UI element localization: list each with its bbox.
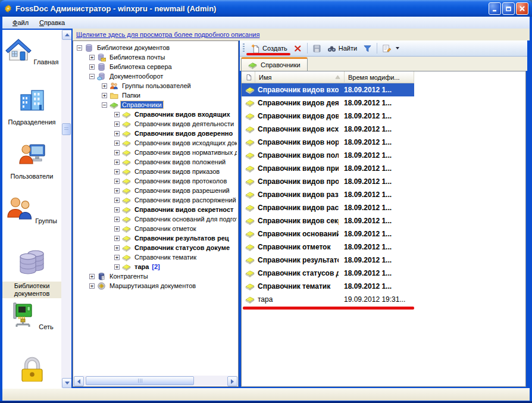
description-link[interactable]: Щелкните здесь для просмотра более подро… (76, 31, 259, 38)
tree-horizontal-scrollbar[interactable] (74, 376, 237, 386)
tree-node[interactable]: −Справочники (74, 100, 237, 110)
list-row[interactable]: Справочник видов расп...18.09.2012 1... (242, 201, 414, 214)
list-row[interactable]: Справочник отметок18.09.2012 1... (242, 240, 414, 254)
tree-node[interactable]: +Контрагенты (74, 271, 237, 281)
tree-node[interactable]: +Справочник результатов рец (74, 233, 237, 243)
delete-button[interactable] (290, 42, 305, 55)
tab-directories[interactable]: Справочники (241, 57, 308, 71)
tree-node[interactable]: +Справочник оснований для подгот (74, 214, 237, 224)
expand-icon[interactable]: + (89, 55, 95, 60)
expand-icon[interactable]: + (114, 226, 120, 232)
tree-node[interactable]: +Справочник статусов докуме (74, 243, 237, 252)
column-header-modified[interactable]: Время модифи... (345, 71, 414, 83)
expand-icon[interactable]: + (102, 83, 107, 89)
expand-icon[interactable]: + (114, 188, 120, 193)
sidebar-item-network[interactable]: Сеть (2, 301, 61, 332)
scroll-thumb[interactable] (62, 123, 71, 135)
maximize-button[interactable] (502, 2, 515, 15)
expand-icon[interactable]: + (114, 160, 120, 165)
sidebar-item-security[interactable] (2, 353, 61, 384)
scroll-thumb[interactable] (86, 376, 194, 385)
tree-node[interactable]: +Справочник тематик (74, 252, 237, 262)
expand-icon[interactable]: + (114, 169, 120, 174)
list-row[interactable]: тара19.09.2012 19:31... (242, 293, 414, 306)
expand-icon[interactable]: + (114, 150, 120, 155)
expand-icon[interactable]: + (89, 283, 95, 289)
scroll-down-button[interactable] (62, 378, 71, 388)
tree-node[interactable]: +Справочник видов протоколов (74, 176, 237, 186)
scroll-right-button[interactable] (227, 376, 237, 386)
list-row[interactable]: Справочник видов секр...18.09.2012 1... (242, 214, 414, 227)
expand-icon[interactable]: + (114, 179, 120, 184)
close-button[interactable] (516, 2, 528, 15)
list-row[interactable]: Справочник видов нор...18.09.2012 1... (242, 136, 414, 149)
tree-node[interactable]: −Библиотеки документов (74, 43, 237, 52)
list-row[interactable]: Справочник статусов д...18.09.2012 1... (242, 267, 414, 280)
expand-icon[interactable]: + (114, 198, 120, 203)
tree-node[interactable]: +Библиотека почты (74, 52, 237, 62)
expand-icon[interactable]: + (114, 236, 120, 241)
scroll-up-button[interactable] (62, 30, 71, 40)
tree-node[interactable]: +Справочник видов входящих (74, 110, 237, 119)
tree-node[interactable]: +Справочник видов доверенно (74, 129, 237, 138)
sidebar-item-doc-libraries[interactable]: Библиотеки документов (2, 249, 61, 298)
tree-node[interactable]: +Группы пользователей (74, 81, 237, 90)
filter-button[interactable] (360, 42, 375, 55)
tree-node[interactable]: +Справочник видов распоряжений (74, 195, 237, 205)
sidebar-item-home[interactable]: Главная (2, 36, 61, 67)
tree-node[interactable]: +Справочник видов деятельности (74, 119, 237, 129)
scroll-left-button[interactable] (74, 376, 84, 386)
menu-item-file[interactable]: Файл (7, 18, 34, 27)
expand-icon[interactable]: + (114, 264, 120, 270)
list-row[interactable]: Справочник тематик18.09.2012 1... (242, 280, 414, 293)
tree-node[interactable]: +Справочник видов разрешений (74, 186, 237, 195)
list-row[interactable]: Справочник видов прик...18.09.2012 1... (242, 162, 414, 175)
collapse-icon[interactable]: − (89, 74, 95, 79)
expand-icon[interactable]: + (114, 112, 120, 117)
expand-icon[interactable]: + (89, 274, 95, 279)
tree-node[interactable]: +Маршрутизация документов (74, 281, 237, 290)
tree-node[interactable]: −Документооборот (74, 71, 237, 81)
collapse-icon[interactable]: − (102, 102, 107, 108)
expand-icon[interactable]: + (89, 64, 95, 70)
list-row[interactable]: Справочник видов вход...18.09.2012 1... (242, 83, 414, 96)
list-row[interactable]: Справочник видов прот...18.09.2012 1... (242, 175, 414, 188)
list-row[interactable]: Справочник видов деят...18.09.2012 1... (242, 96, 414, 110)
list-row[interactable]: Справочник видов исхо...18.09.2012 1... (242, 123, 414, 136)
column-header-name[interactable]: Имя (255, 71, 345, 83)
tree-node[interactable]: +Папки (74, 90, 237, 100)
tree-node[interactable]: +Справочник видов нормативных д (74, 148, 237, 157)
collapse-icon[interactable]: − (77, 45, 82, 51)
tree-node[interactable]: +Справочник отметок (74, 224, 237, 233)
tree-node[interactable]: +тара[2] (74, 262, 237, 271)
column-header-type[interactable] (242, 71, 255, 83)
list-row[interactable]: Справочник видов разр...18.09.2012 1... (242, 188, 414, 201)
expand-icon[interactable]: + (102, 93, 107, 98)
tree-node[interactable]: +Справочник видов исходящих док (74, 138, 237, 148)
tree-node[interactable]: +Справочник видов приказов (74, 167, 237, 176)
expand-icon[interactable]: + (114, 255, 120, 260)
expand-icon[interactable]: + (114, 217, 120, 222)
save-button[interactable] (309, 42, 324, 55)
find-button[interactable]: Найти (324, 42, 360, 55)
menu-item-help[interactable]: Справка (34, 18, 70, 27)
minimize-button[interactable] (489, 2, 501, 15)
list-row[interactable]: Справочник видов дове...18.09.2012 1... (242, 110, 414, 123)
expand-icon[interactable]: + (114, 121, 120, 127)
view-options-button[interactable] (379, 42, 402, 55)
tree-node[interactable]: +Библиотека сервера (74, 62, 237, 71)
list-row[interactable]: Справочник результато...18.09.2012 1... (242, 254, 414, 267)
sidebar-item-departments[interactable]: Подразделения (2, 85, 61, 127)
toolbar-grip[interactable] (243, 43, 245, 53)
tree-node[interactable]: +Справочник видов положений (74, 157, 237, 167)
sidebar-scrollbar[interactable] (61, 30, 71, 388)
expand-icon[interactable]: + (114, 245, 120, 251)
expand-icon[interactable]: + (114, 207, 120, 213)
sidebar-item-users[interactable]: Пользователи (2, 139, 61, 181)
expand-icon[interactable]: + (114, 140, 120, 146)
list-row[interactable]: Справочник видов поло...18.09.2012 1... (242, 149, 414, 162)
expand-icon[interactable]: + (114, 131, 120, 136)
tree-node[interactable]: +Справочник видов секретност (74, 205, 237, 214)
sidebar-item-groups[interactable]: Группы (2, 195, 61, 226)
list-row[interactable]: Справочник оснований ...18.09.2012 1... (242, 227, 414, 240)
